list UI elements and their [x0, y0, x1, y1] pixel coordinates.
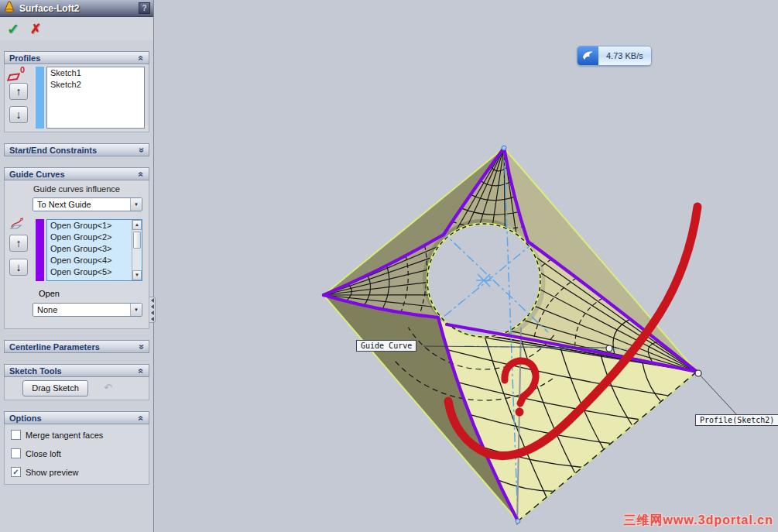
help-button[interactable]: ? — [139, 2, 150, 14]
guide-list-scrollbar[interactable]: ▲ ▼ — [132, 220, 142, 280]
guide-selection-bar — [36, 219, 44, 281]
collapse-icon: « — [136, 415, 147, 420]
checkbox-label: Close loft — [26, 449, 61, 458]
panel-title-bar: Surface-Loft2 ? — [0, 0, 153, 17]
guide-curve-callout[interactable]: Guide Curve — [356, 340, 416, 352]
panel-title: Surface-Loft2 — [19, 3, 139, 14]
sketch-tools-header[interactable]: Sketch Tools « — [4, 364, 149, 377]
section-guide-curves: Guide Curves « Guide curves influence To… — [4, 167, 149, 329]
checkbox-unchecked[interactable] — [11, 430, 21, 440]
loft-preview-scene[interactable] — [155, 0, 778, 532]
move-guide-down-button[interactable]: ↓ — [9, 259, 28, 276]
watermark: 三维网www.3dportal.cn — [624, 513, 773, 529]
ok-button[interactable]: ✓ — [7, 22, 19, 36]
collapse-icon: « — [136, 55, 147, 60]
move-profile-down-button[interactable]: ↓ — [9, 106, 28, 123]
option-row: Merge tangent faces — [11, 430, 103, 440]
thunder-bird-icon — [578, 46, 598, 65]
up-arrow-icon: ↑ — [16, 86, 22, 97]
section-centerline-parameters: Centerline Parameters « — [4, 340, 149, 353]
options-header[interactable]: Options « — [4, 411, 149, 424]
move-profile-up-button[interactable]: ↑ — [9, 83, 28, 100]
profile-callout[interactable]: Profile(Sketch2) — [695, 414, 778, 426]
download-speed-value: 4.73 KB/s — [598, 46, 651, 65]
guide-influence-dropdown[interactable]: To Next Guide ▼ — [33, 197, 142, 211]
scroll-down-icon[interactable]: ▼ — [132, 270, 142, 280]
guide-list-item[interactable]: Open Group<3> — [47, 243, 132, 255]
guide-curves-listbox[interactable]: Open Group<1>Open Group<2>Open Group<3>O… — [46, 219, 142, 281]
dropdown-arrow-icon: ▼ — [130, 304, 142, 316]
scroll-up-icon[interactable]: ▲ — [132, 220, 142, 230]
guide-curves-icon — [9, 224, 24, 233]
section-sketch-tools: Sketch Tools « Drag Sketch ↶ — [4, 364, 149, 400]
up-arrow-icon: ↑ — [16, 238, 22, 249]
profile-list-item[interactable]: Sketch2 — [47, 79, 144, 91]
down-arrow-icon: ↓ — [16, 262, 22, 273]
viewport-3d[interactable]: Guide Curve Profile(Sketch2) 4.73 KB/s 三… — [155, 0, 778, 532]
section-profiles: Profiles « 0 ↑ ↓ Sketch1Sketch2 — [4, 51, 149, 132]
open-dropdown[interactable]: None ▼ — [33, 303, 142, 317]
profiles-header[interactable]: Profiles « — [4, 51, 149, 64]
section-start-end-constraints: Start/End Constraints « — [4, 143, 149, 156]
dropdown-arrow-icon: ▼ — [130, 198, 142, 211]
start-end-header[interactable]: Start/End Constraints « — [4, 143, 149, 156]
profiles-listbox[interactable]: Sketch1Sketch2 — [46, 67, 145, 129]
download-speed-badge[interactable]: 4.73 KB/s — [577, 46, 652, 66]
profile-list-item[interactable]: Sketch1 — [47, 67, 144, 79]
checkbox-unchecked[interactable] — [11, 448, 21, 458]
panel-actions: ✓ ✗ — [0, 17, 153, 40]
checkbox-label: Show preview — [26, 468, 78, 477]
cancel-button[interactable]: ✗ — [30, 22, 41, 36]
guide-list-item[interactable]: Open Group<1> — [47, 220, 132, 232]
guide-list-item[interactable]: Open Group<5> — [47, 266, 132, 278]
option-row: Close loft — [11, 448, 61, 458]
undo-icon[interactable]: ↶ — [104, 382, 112, 393]
checkbox-checked[interactable]: ✓ — [11, 467, 21, 477]
section-options: Options « Merge tangent facesClose loft✓… — [4, 411, 149, 485]
profiles-icon: 0 — [9, 67, 19, 84]
panel-splitter-handle[interactable] — [149, 297, 156, 323]
guide-list-item[interactable]: Open Group<4> — [47, 255, 132, 266]
guide-curves-header[interactable]: Guide Curves « — [4, 167, 149, 180]
drag-sketch-button[interactable]: Drag Sketch — [22, 380, 88, 396]
checkbox-label: Merge tangent faces — [26, 431, 103, 440]
collapse-icon: « — [136, 368, 147, 373]
expand-icon: « — [136, 344, 147, 349]
property-manager-panel: Surface-Loft2 ? ✓ ✗ Profiles « 0 ↑ ↓ — [0, 0, 154, 532]
guide-influence-label: Guide curves influence — [5, 180, 149, 194]
open-label: Open — [39, 289, 60, 298]
option-row: ✓Show preview — [11, 467, 78, 477]
collapse-icon: « — [136, 171, 147, 177]
move-guide-up-button[interactable]: ↑ — [9, 235, 28, 252]
centerline-header[interactable]: Centerline Parameters « — [4, 340, 149, 353]
guide-list-item[interactable]: Open Group<2> — [47, 232, 132, 243]
profiles-selection-bar — [36, 67, 44, 129]
expand-icon: « — [136, 147, 147, 153]
loft-feature-icon — [3, 1, 15, 16]
down-arrow-icon: ↓ — [16, 109, 22, 120]
scrollbar-thumb[interactable] — [133, 232, 141, 249]
